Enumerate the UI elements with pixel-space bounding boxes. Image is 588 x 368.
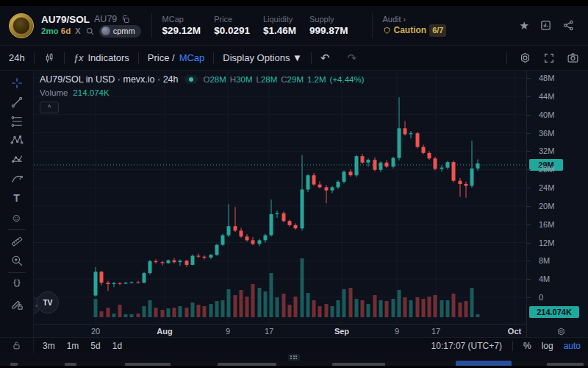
time-axis-label: 20 xyxy=(85,327,107,336)
display-options-label: Display Options ▼ xyxy=(223,52,302,63)
amm-badge[interactable]: cpmm xyxy=(99,25,141,38)
series-toggle[interactable] xyxy=(184,75,198,84)
percent-change: (+4.44%) xyxy=(330,75,365,84)
zoom-in-icon[interactable] xyxy=(6,251,28,270)
display-options-button[interactable]: Display Options ▼ xyxy=(214,52,311,63)
fib-retracement-icon[interactable] xyxy=(6,112,28,131)
stat-value: 999.87M xyxy=(309,24,348,37)
price-axis-label: 44M xyxy=(539,92,554,101)
stat-value: $1.46M xyxy=(263,24,296,37)
favorite-star-icon[interactable]: ★ xyxy=(520,19,529,32)
share-icon[interactable] xyxy=(562,19,575,32)
indicators-button[interactable]: ƒx Indicators xyxy=(65,52,138,63)
cutoff-blue-button xyxy=(456,361,512,366)
candlestick-chart[interactable] xyxy=(34,71,526,324)
text-tool-icon[interactable]: T xyxy=(6,188,28,208)
audit-block[interactable]: Audit› Caution 6/7 xyxy=(383,14,447,37)
chart-panel-icon[interactable] xyxy=(539,19,552,32)
stat-price: Price $0.0291 xyxy=(214,14,250,37)
chart-toolbar: 24h ƒx Indicators Price / MCap Display O… xyxy=(0,46,588,71)
range-1m[interactable]: 1m xyxy=(67,341,79,351)
caution-label: Caution xyxy=(394,24,427,37)
volume-legend: Volume 214.074K xyxy=(40,88,110,97)
time-axis-label: 17 xyxy=(425,327,447,336)
divider xyxy=(8,229,26,230)
range-3m[interactable]: 3m xyxy=(43,341,55,351)
axis-tick xyxy=(527,297,531,298)
time-axis-label: 17 xyxy=(258,327,280,336)
mcap-label: MCap xyxy=(179,52,205,63)
axis-tick xyxy=(527,115,531,116)
chart-plot[interactable]: 20Aug917Sep917Oct AU79/SOL in USD · mevx… xyxy=(34,71,526,337)
range-5d[interactable]: 5d xyxy=(90,341,100,351)
crosshair-icon[interactable] xyxy=(6,74,28,93)
timeframe-label: 24h xyxy=(9,52,25,63)
divider xyxy=(372,13,373,38)
undo-button[interactable]: ↶ xyxy=(312,52,339,65)
token-name: AU79 xyxy=(94,14,117,25)
divider xyxy=(512,341,513,351)
auto-scale-button[interactable]: auto xyxy=(564,341,581,351)
chart-region: T ☺ 20Aug917Sep917Oct AU79/SOL in USD · … xyxy=(0,71,588,337)
volume-value: 214.074K xyxy=(73,88,109,97)
percent-scale-button[interactable]: % xyxy=(523,341,531,351)
close-value: 29M xyxy=(287,75,304,84)
price-axis-label: 4M xyxy=(539,275,550,283)
axis-tick xyxy=(527,206,531,207)
axis-tick xyxy=(527,261,531,261)
token-header: AU79/SOL AU79 2mo 6d X cpmm MCap $29.12M… xyxy=(0,6,588,46)
stat-label: MCap xyxy=(162,14,201,24)
fx-icon: ƒx xyxy=(74,52,84,63)
drawing-toolbar: T ☺ xyxy=(0,71,34,337)
chart-legend: AU79/SOL in USD · mevx.io · 24h O28M H30… xyxy=(40,74,365,85)
brush-icon[interactable] xyxy=(6,169,28,188)
twitter-x-icon[interactable]: X xyxy=(75,26,80,37)
axis-tick xyxy=(527,169,531,170)
drag-handle-icon[interactable] xyxy=(288,354,300,361)
close-key: C xyxy=(281,75,287,84)
price-axis-label: 32M xyxy=(539,146,554,155)
price-axis-label: 8M xyxy=(539,256,550,265)
divider xyxy=(8,272,26,273)
stat-supply: Supply 999.87M xyxy=(309,14,348,37)
drawing-lock-icon[interactable] xyxy=(6,294,28,314)
time-axis[interactable]: 20Aug917Sep917Oct xyxy=(34,324,526,337)
shield-icon xyxy=(383,26,391,35)
screenshot-camera-icon[interactable] xyxy=(567,52,579,64)
price-label: Price / xyxy=(148,52,175,63)
settings-gear-icon[interactable] xyxy=(519,52,531,64)
xabcd-pattern-icon[interactable] xyxy=(6,131,28,150)
price-axis-label: 28M xyxy=(539,165,554,174)
emoji-icon[interactable]: ☺ xyxy=(6,208,28,227)
timeframe-button[interactable]: 24h xyxy=(0,52,34,63)
search-icon[interactable] xyxy=(85,26,95,36)
audit-label[interactable]: Audit xyxy=(383,14,401,24)
volume-change: 1.2M xyxy=(307,75,326,84)
indicators-label: Indicators xyxy=(87,52,129,63)
time-axis-label: Aug xyxy=(154,327,176,336)
candle-style-icon[interactable] xyxy=(35,52,64,64)
clock[interactable]: 10:17:07 (UTC+7) xyxy=(431,341,502,351)
copy-icon[interactable] xyxy=(121,15,130,24)
trading-app: AU79/SOL AU79 2mo 6d X cpmm MCap $29.12M… xyxy=(0,0,588,368)
legend-collapse-button[interactable]: ^ xyxy=(40,102,59,113)
tradingview-logo[interactable]: TV xyxy=(37,291,59,314)
range-1d[interactable]: 1d xyxy=(112,341,122,351)
ruler-icon[interactable] xyxy=(6,232,28,251)
price-axis-label: 24M xyxy=(539,183,554,192)
projection-icon[interactable] xyxy=(6,150,28,169)
axis-settings-gear-icon[interactable] xyxy=(556,327,566,336)
series-dot-icon xyxy=(189,77,193,82)
price-axis[interactable]: 29M 214.074K 48M44M40M36M32M28M24M20M16M… xyxy=(526,71,588,337)
stat-label: Price xyxy=(214,14,250,24)
pair-title: AU79/SOL xyxy=(41,14,90,25)
time-axis-label: Oct xyxy=(503,327,526,336)
trend-line-icon[interactable] xyxy=(6,93,28,112)
redo-button[interactable]: ↷ xyxy=(338,52,365,65)
low-value: 28M xyxy=(261,75,277,84)
magnet-icon[interactable] xyxy=(6,275,28,294)
log-scale-button[interactable]: log xyxy=(542,341,553,351)
fullscreen-icon[interactable] xyxy=(543,52,555,64)
lock-icon[interactable] xyxy=(0,338,34,354)
price-mcap-toggle[interactable]: Price / MCap xyxy=(139,52,214,63)
